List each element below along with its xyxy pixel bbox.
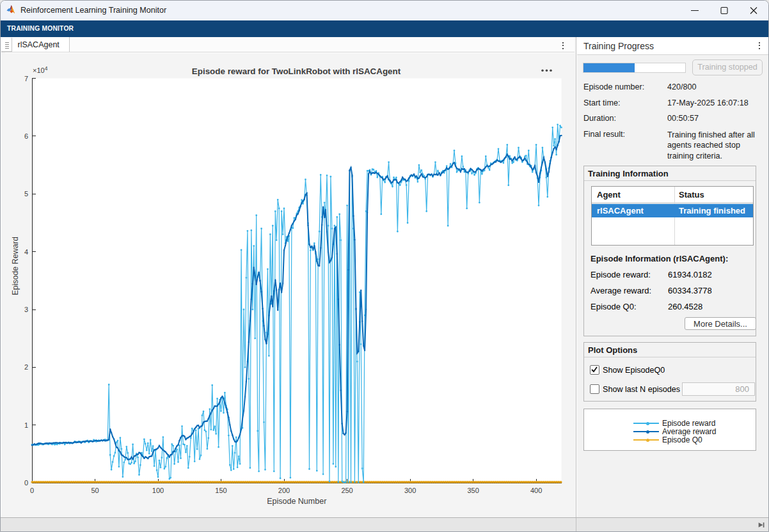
svg-text:200: 200 [278,487,290,494]
svg-text:3: 3 [24,306,28,313]
svg-text:350: 350 [467,487,479,494]
svg-text:150: 150 [215,487,226,494]
svg-text:1: 1 [24,421,28,429]
svg-text:Episode Number: Episode Number [267,497,326,506]
svg-text:400: 400 [530,487,542,494]
svg-text:300: 300 [404,487,416,494]
svg-text:7: 7 [24,75,28,82]
svg-text:0: 0 [30,487,34,494]
svg-text:2: 2 [24,363,28,371]
svg-text:×104: ×104 [33,65,48,74]
svg-text:100: 100 [152,487,164,494]
svg-text:250: 250 [341,487,353,494]
svg-text:Episode Reward: Episode Reward [11,237,20,295]
svg-text:0: 0 [24,479,28,487]
svg-text:4: 4 [24,248,28,256]
svg-text:5: 5 [24,190,28,198]
svg-text:6: 6 [24,132,28,140]
svg-text:Episode reward for TwoLinkRobo: Episode reward for TwoLinkRobot with rlS… [192,66,401,76]
svg-text:50: 50 [91,487,99,494]
